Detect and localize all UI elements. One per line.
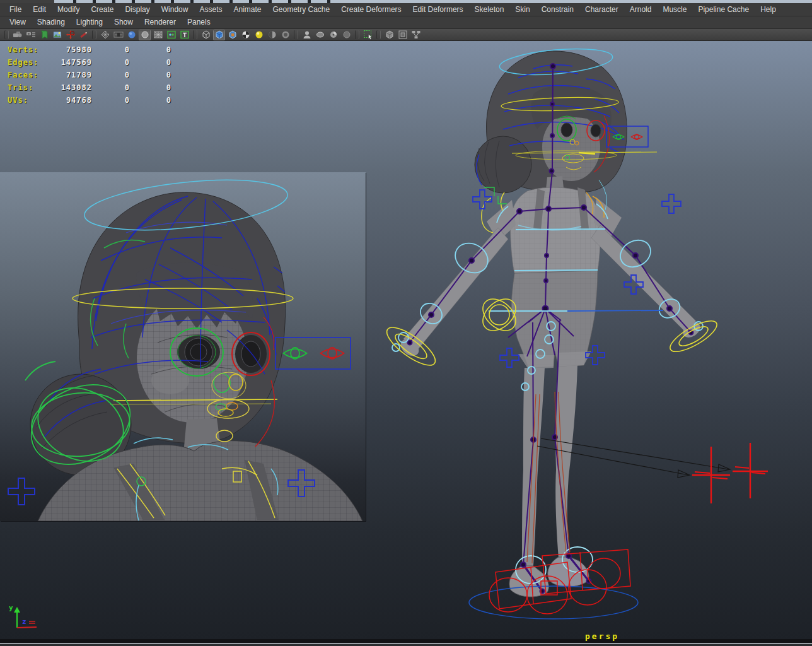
gate-mask-icon[interactable] [139, 30, 151, 40]
inset-eye-control-box[interactable] [276, 338, 351, 369]
menu-pipeline-cache[interactable]: Pipeline Cache [692, 4, 755, 16]
grease-pencil-icon[interactable] [78, 30, 90, 40]
isolate-select-icon[interactable] [301, 30, 313, 40]
right-eye-control-icon[interactable] [631, 134, 642, 140]
grid-icon[interactable] [99, 30, 111, 40]
menu-edit[interactable]: Edit [27, 4, 52, 16]
smooth-shade-icon[interactable] [213, 30, 225, 40]
root-control-circle[interactable] [469, 586, 638, 619]
menu-geometry-cache[interactable]: Geometry Cache [267, 4, 336, 16]
panel-menu-renderer[interactable]: Renderer [139, 16, 182, 28]
menu-edit-deformers[interactable]: Edit Deformers [407, 4, 469, 16]
toolbar-separator [193, 30, 197, 39]
toolbar-separator [355, 30, 359, 39]
inset-right-eye-icon[interactable] [321, 348, 344, 359]
axis-z-label: z [22, 618, 26, 626]
view-axis-gizmo: y z [5, 601, 49, 634]
menu-assets[interactable]: Assets [194, 4, 228, 16]
hypergraph-icon[interactable] [410, 30, 422, 40]
image-plane-icon[interactable] [51, 30, 63, 40]
viewport-persp[interactable]: Verts:7598000 Edges:14756900 Faces:71789… [0, 41, 812, 639]
menu-create[interactable]: Create [85, 4, 119, 16]
xray-joints-icon[interactable] [327, 30, 339, 40]
frame-selection-icon[interactable] [397, 30, 409, 40]
menu-help[interactable]: Help [755, 4, 782, 16]
select-camera-icon[interactable] [11, 30, 23, 40]
menu-skin[interactable]: Skin [509, 4, 535, 16]
ambient-occlusion-icon[interactable] [279, 30, 291, 40]
film-gate-icon[interactable] [112, 30, 124, 40]
shadows-icon[interactable] [266, 30, 278, 40]
menu-muscle[interactable]: Muscle [657, 4, 692, 16]
textured-icon[interactable] [226, 30, 238, 40]
use-default-material-icon[interactable] [240, 30, 252, 40]
shelf-edge [0, 0, 812, 3]
safe-title-icon[interactable] [178, 30, 190, 40]
lights-icon[interactable] [253, 30, 265, 40]
wireframe-icon[interactable] [200, 30, 212, 40]
toolbar-separator [294, 30, 298, 39]
hud-row-verts: Verts:7598000 [8, 44, 171, 56]
toolbar-separator [92, 30, 96, 39]
panel-menu-panels[interactable]: Panels [182, 16, 216, 28]
axis-y-label: y [9, 604, 13, 612]
bookmarks-icon[interactable] [38, 30, 50, 40]
camera-name-label: persp [585, 631, 619, 641]
plugin-shading-icon[interactable] [340, 30, 352, 40]
character-body [398, 51, 703, 597]
window-bottom-edge [0, 639, 812, 646]
menu-display[interactable]: Display [119, 4, 155, 16]
panel-menu-view[interactable]: View [4, 16, 32, 28]
menu-modify[interactable]: Modify [52, 4, 85, 16]
panel-menubar: View Shading Lighting Show Renderer Pane… [0, 16, 812, 29]
pole-vector-crosses[interactable] [692, 443, 768, 503]
object-selection-icon[interactable] [362, 30, 374, 40]
inset-character [30, 192, 362, 521]
heads-up-display: Verts:7598000 Edges:14756900 Faces:71789… [8, 44, 171, 107]
panel-menu-lighting[interactable]: Lighting [71, 16, 108, 28]
scene-assembly-icon[interactable] [383, 30, 395, 40]
pan-zoom-icon[interactable] [64, 30, 76, 40]
character-rig-inset-view [0, 172, 366, 521]
menu-window[interactable]: Window [156, 4, 194, 16]
field-chart-icon[interactable] [152, 30, 164, 40]
xray-icon[interactable] [314, 30, 326, 40]
menu-create-deformers[interactable]: Create Deformers [335, 4, 407, 16]
main-menubar: File Edit Modify Create Display Window A… [0, 3, 812, 16]
menu-constrain[interactable]: Constrain [536, 4, 579, 16]
resolution-gate-icon[interactable] [125, 30, 137, 40]
menu-animate[interactable]: Animate [228, 4, 267, 16]
menu-character[interactable]: Character [579, 4, 624, 16]
camera-inset-view[interactable] [0, 172, 366, 521]
toolbar-separator [4, 30, 9, 39]
maya-window: File Edit Modify Create Display Window A… [0, 0, 812, 646]
inset-left-eye-icon[interactable] [284, 348, 307, 359]
hud-row-faces: Faces:7178900 [8, 69, 171, 81]
menu-file[interactable]: File [4, 4, 27, 16]
hud-row-edges: Edges:14756900 [8, 56, 171, 69]
toolbar-separator [376, 30, 381, 39]
panel-menu-show[interactable]: Show [108, 16, 139, 28]
safe-action-icon[interactable] [165, 30, 177, 40]
panel-menu-shading[interactable]: Shading [32, 16, 71, 28]
hud-row-tris: Tris:14308200 [8, 81, 171, 94]
hud-row-uvs: UVs:9476800 [8, 94, 171, 107]
menu-arnold[interactable]: Arnold [624, 4, 658, 16]
menu-skeleton[interactable]: Skeleton [469, 4, 510, 16]
panel-toolbar [0, 29, 812, 41]
camera-attributes-icon[interactable] [25, 30, 37, 40]
shelf-tab-remnants [57, 0, 334, 3]
